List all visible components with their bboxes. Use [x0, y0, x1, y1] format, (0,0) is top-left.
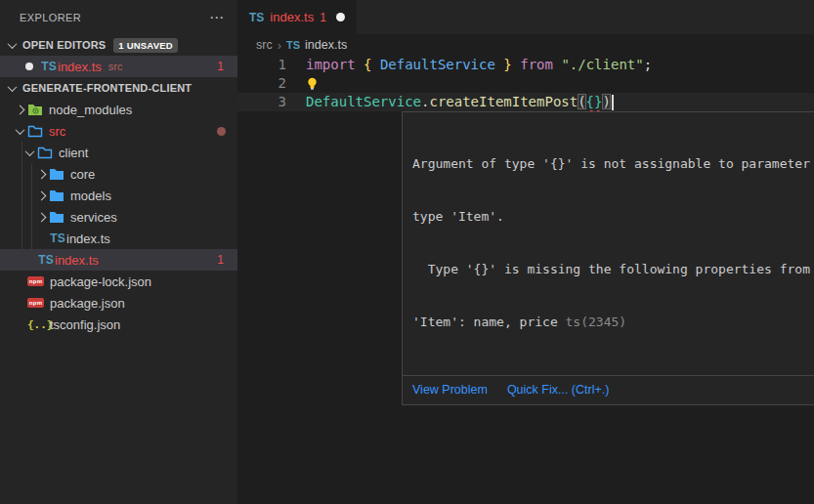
code-token: } — [503, 57, 511, 72]
tree-item-tsconfig-json[interactable]: {..} tsconfig.json — [0, 314, 237, 335]
tree-item-label: tsconfig.json — [50, 317, 120, 332]
code-token: ) — [602, 94, 610, 109]
error-count-badge: 1 — [217, 60, 224, 73]
open-folder-icon — [27, 124, 43, 138]
workspace-section-header[interactable]: GENERATE-FRONTEND-CLIENT — [0, 77, 237, 99]
code-token: createItemItemPost — [429, 94, 578, 109]
typescript-file-icon: TS — [286, 39, 300, 51]
typescript-file-icon: TS — [249, 11, 264, 24]
file-tree: node_modules src client — [0, 99, 237, 335]
open-editor-file-name: index.ts — [58, 60, 102, 74]
typescript-file-icon: TS — [37, 253, 55, 267]
chevron-right-icon — [36, 190, 46, 200]
chevron-right-icon — [36, 169, 46, 179]
code-editor[interactable]: 1 import { DefaultService } from "./clie… — [237, 56, 814, 111]
code-token: DefaultService — [380, 57, 495, 72]
code-token: ; — [644, 57, 652, 72]
error-message: Argument of type '{}' is not assignable … — [403, 112, 814, 375]
tree-item-label: services — [70, 210, 117, 225]
chevron-down-icon — [15, 125, 24, 135]
tree-item-models[interactable]: models — [0, 185, 237, 206]
workspace-name: GENERATE-FRONTEND-CLIENT — [22, 82, 192, 94]
tree-item-label: node_modules — [49, 103, 132, 117]
folder-icon — [49, 189, 64, 202]
line-number: 2 — [237, 74, 286, 93]
error-count-badge: 1 — [217, 253, 224, 267]
code-token: from — [520, 57, 553, 72]
code-token: DefaultService — [306, 94, 421, 109]
chevron-down-icon — [24, 147, 34, 156]
tree-item-label: models — [70, 189, 111, 203]
code-text: DefaultService.createItemItemPost({}) — [306, 93, 614, 111]
tree-item-label: package-lock.json — [50, 274, 151, 289]
tree-item-node-modules[interactable]: node_modules — [0, 99, 237, 120]
folder-icon — [49, 167, 64, 181]
open-editor-file-path: src — [108, 61, 123, 72]
code-text — [306, 74, 319, 93]
tree-item-src[interactable]: src — [0, 120, 237, 142]
open-editor-item-index-ts[interactable]: TS index.ts src 1 — [0, 56, 237, 77]
json-braces-icon: {..} — [27, 318, 44, 331]
open-folder-icon — [37, 146, 53, 159]
code-text: import { DefaultService } from "./client… — [306, 56, 652, 74]
error-hover-tooltip: Argument of type '{}' is not assignable … — [402, 111, 814, 405]
folder-error-dot — [217, 127, 226, 136]
tree-item-core[interactable]: core — [0, 163, 237, 185]
code-line-3: 3 DefaultService.createItemItemPost({}) — [237, 93, 814, 111]
open-editors-label: OPEN EDITORS — [22, 39, 106, 51]
tree-item-label: client — [59, 146, 88, 160]
tree-item-label: index.ts — [66, 231, 110, 246]
breadcrumb-folder[interactable]: src — [256, 38, 273, 52]
line-number: 1 — [237, 56, 286, 74]
breadcrumb-file[interactable]: index.ts — [305, 38, 347, 52]
quick-fix-link[interactable]: Quick Fix... (Ctrl+.) — [507, 383, 610, 397]
error-code: ts(2345) — [566, 315, 627, 329]
tab-label: index.ts — [270, 10, 314, 24]
tree-item-label: index.ts — [55, 253, 99, 268]
tab-index-ts[interactable]: TS index.ts 1 — [237, 0, 357, 34]
text-cursor — [612, 95, 614, 110]
chevron-down-icon — [7, 39, 17, 49]
error-message-line: type 'Item'. — [412, 208, 814, 226]
tab-bar: TS index.ts 1 — [237, 0, 814, 34]
unsaved-dot-icon[interactable] — [336, 13, 345, 21]
tree-item-label: core — [70, 167, 95, 182]
chevron-right-icon — [15, 105, 24, 114]
tree-item-src-index-ts[interactable]: TS index.ts 1 — [0, 249, 237, 271]
code-token: ( — [578, 94, 585, 109]
vscode-window: EXPLORER ⋯ OPEN EDITORS 1 UNSAVED TS ind… — [0, 0, 814, 504]
chevron-right-icon: › — [278, 38, 281, 53]
typescript-file-icon: TS — [49, 231, 66, 245]
unsaved-dot-icon — [25, 63, 33, 70]
view-problem-link[interactable]: View Problem — [412, 383, 488, 397]
error-message-line: Argument of type '{}' is not assignable … — [412, 155, 814, 173]
tab-error-count: 1 — [320, 11, 326, 24]
breadcrumb: src › TS index.ts — [237, 34, 814, 56]
node-modules-folder-icon — [27, 103, 43, 116]
tree-item-label: src — [49, 124, 65, 139]
folder-icon — [49, 210, 64, 224]
code-token: "./client" — [561, 57, 643, 72]
code-line-1: 1 import { DefaultService } from "./clie… — [237, 56, 814, 74]
tree-item-package-json[interactable]: npm package.json — [0, 292, 237, 314]
error-squiggle-token: {} — [586, 94, 603, 109]
npm-icon: npm — [27, 276, 44, 286]
tree-item-label: package.json — [50, 296, 125, 311]
more-actions-icon[interactable]: ⋯ — [209, 10, 224, 24]
chevron-right-icon — [36, 212, 46, 222]
code-token: import — [306, 57, 356, 72]
explorer-header: EXPLORER ⋯ — [0, 0, 237, 34]
tree-item-client[interactable]: client — [0, 142, 237, 163]
tree-item-client-index-ts[interactable]: TS index.ts — [0, 228, 237, 249]
error-message-line: 'Item': name, price ts(2345) — [412, 314, 814, 331]
code-line-2: 2 — [237, 74, 814, 93]
lightbulb-icon[interactable] — [306, 77, 319, 91]
open-editors-section-header[interactable]: OPEN EDITORS 1 UNSAVED — [0, 34, 237, 56]
line-number: 3 — [237, 93, 286, 111]
npm-icon: npm — [27, 298, 44, 308]
tree-item-package-lock-json[interactable]: npm package-lock.json — [0, 271, 237, 292]
error-message-line: Type '{}' is missing the following prope… — [412, 261, 814, 278]
tooltip-actions: View Problem Quick Fix... (Ctrl+.) — [403, 375, 814, 404]
explorer-sidebar: EXPLORER ⋯ OPEN EDITORS 1 UNSAVED TS ind… — [0, 0, 237, 504]
tree-item-services[interactable]: services — [0, 206, 237, 228]
